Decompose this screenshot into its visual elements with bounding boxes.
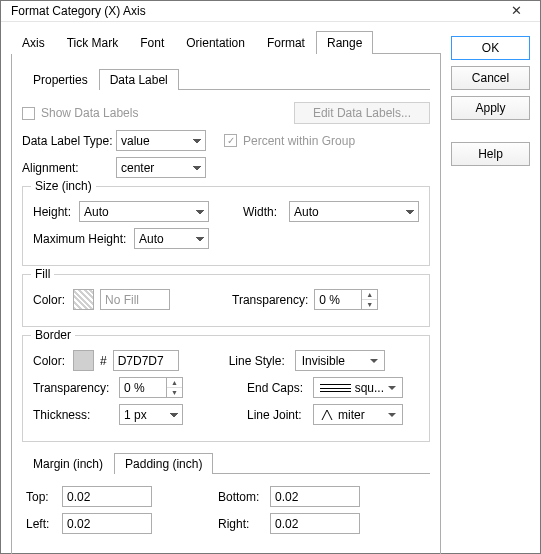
pad-top-label: Top: [26,490,56,504]
maxheight-label: Maximum Height: [33,232,128,246]
main-tabbar: Axis Tick Mark Font Orientation Format R… [11,30,441,54]
cancel-button[interactable]: Cancel [451,66,530,90]
fill-color-swatch[interactable] [73,289,94,310]
pad-top-input[interactable] [62,486,152,507]
subtab-datalabel[interactable]: Data Label [99,69,179,90]
border-fieldset: Border Color: # Line Style: Invisible Tr… [22,335,430,442]
size-legend: Size (inch) [31,179,96,193]
pad-right-input[interactable] [270,513,360,534]
miter-icon [320,408,334,422]
width-label: Width: [243,205,283,219]
fill-legend: Fill [31,267,54,281]
linejoint-label: Line Joint: [247,408,307,422]
show-data-labels-label: Show Data Labels [41,106,138,120]
titlebar: Format Category (X) Axis ✕ [1,1,540,22]
tab-format[interactable]: Format [256,31,316,54]
fill-transparency-input[interactable] [314,289,362,310]
height-select[interactable]: Auto [79,201,209,222]
size-fieldset: Size (inch) Height: Auto Width: Auto Max… [22,186,430,266]
dialog-window: Format Category (X) Axis ✕ Axis Tick Mar… [0,0,541,554]
help-button[interactable]: Help [451,142,530,166]
button-column: OK Cancel Apply Help [451,30,530,554]
fill-transparency-label: Transparency: [232,293,308,307]
height-label: Height: [33,205,73,219]
percent-checkbox[interactable]: ✓ [224,134,237,147]
spinner-up-icon[interactable]: ▲ [167,378,182,388]
linestyle-label: Line Style: [229,354,289,368]
tab-axis[interactable]: Axis [11,31,56,54]
subtab-properties[interactable]: Properties [22,69,99,90]
percent-label: Percent within Group [243,134,355,148]
data-label-type-label: Data Label Type: [22,134,110,148]
linestyle-select[interactable]: Invisible [295,350,385,371]
fill-fieldset: Fill Color: Transparency: ▲▼ [22,274,430,327]
border-color-swatch[interactable] [73,350,94,371]
endcaps-select[interactable]: squ... [313,377,403,398]
border-color-label: Color: [33,354,67,368]
fill-color-label: Color: [33,293,67,307]
border-legend: Border [31,328,75,342]
width-select[interactable]: Auto [289,201,419,222]
fill-transparency-spinner[interactable]: ▲▼ [314,289,378,310]
pad-left-input[interactable] [62,513,152,534]
fill-color-text[interactable] [100,289,170,310]
close-icon[interactable]: ✕ [496,1,536,21]
border-transparency-spinner[interactable]: ▲▼ [119,377,183,398]
ok-button[interactable]: OK [451,36,530,60]
pad-right-label: Right: [218,517,264,531]
mp-tab-margin[interactable]: Margin (inch) [22,453,114,474]
spinner-up-icon[interactable]: ▲ [362,290,377,300]
border-transparency-input[interactable] [119,377,167,398]
pad-left-label: Left: [26,517,56,531]
mp-tabbar: Margin (inch) Padding (inch) [22,452,430,474]
tab-content: Properties Data Label Show Data Labels E… [11,54,441,554]
pad-bottom-input[interactable] [270,486,360,507]
border-transparency-label: Transparency: [33,381,113,395]
show-data-labels-checkbox[interactable] [22,107,35,120]
maxheight-select[interactable]: Auto [134,228,209,249]
spinner-down-icon[interactable]: ▼ [362,300,377,309]
window-title: Format Category (X) Axis [11,4,496,18]
alignment-label: Alignment: [22,161,110,175]
thickness-label: Thickness: [33,408,113,422]
tab-range[interactable]: Range [316,31,373,54]
apply-button[interactable]: Apply [451,96,530,120]
spinner-down-icon[interactable]: ▼ [167,388,182,397]
border-color-hex[interactable] [113,350,179,371]
tab-orientation[interactable]: Orientation [175,31,256,54]
sub-tabbar: Properties Data Label [22,68,430,90]
edit-data-labels-button[interactable]: Edit Data Labels... [294,102,430,124]
alignment-select[interactable]: center [116,157,206,178]
linejoint-select[interactable]: miter [313,404,403,425]
pad-bottom-label: Bottom: [218,490,264,504]
tab-font[interactable]: Font [129,31,175,54]
mp-tab-padding[interactable]: Padding (inch) [114,453,213,474]
tab-tickmark[interactable]: Tick Mark [56,31,130,54]
thickness-select[interactable]: 1 px [119,404,183,425]
endcap-icon [320,384,351,392]
data-label-type-select[interactable]: value [116,130,206,151]
hash-icon: # [100,354,107,368]
endcaps-label: End Caps: [247,381,307,395]
